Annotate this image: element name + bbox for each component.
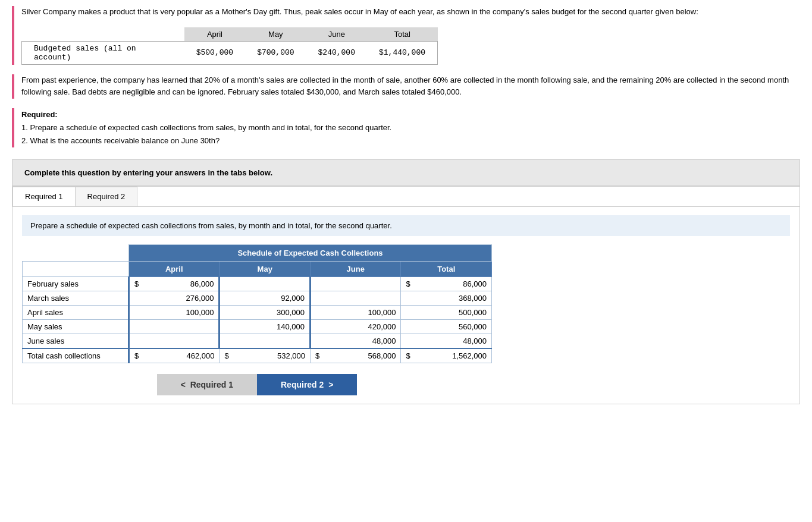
budget-row-label: Budgeted sales (all on account) [22, 41, 184, 64]
schedule-total-cell: 48,000 [401, 334, 492, 349]
schedule-april-cell [128, 334, 220, 349]
intro-text: Silver Company makes a product that is v… [21, 6, 800, 18]
schedule-row-label: May sales [23, 320, 129, 334]
schedule-row-label: February sales [23, 277, 129, 291]
budget-april-val: $500,000 [184, 41, 245, 64]
budget-col-april: April [184, 27, 245, 42]
sched-col-april: April [128, 262, 220, 277]
prev-chevron: < [181, 380, 186, 389]
required-item2: 2. What is the accounts receivable balan… [21, 134, 800, 147]
tab-required-2[interactable]: Required 2 [75, 187, 138, 206]
budget-table: April May June Total Budgeted sales (all… [21, 27, 438, 65]
prev-button[interactable]: < Required 1 [157, 374, 257, 395]
schedule-total-cell: 368,000 [401, 291, 492, 306]
required-item1: 1. Prepare a schedule of expected cash c… [21, 121, 800, 134]
schedule-june-cell: 48,000 [310, 334, 401, 349]
schedule-row-label: April sales [23, 306, 129, 320]
prev-label: Required 1 [190, 380, 233, 389]
schedule-may-cell [220, 277, 311, 291]
required-label: Required: [21, 110, 58, 119]
sched-col-june: June [310, 262, 401, 277]
schedule-june-cell: $568,000 [310, 348, 401, 363]
schedule-may-cell [220, 334, 311, 349]
complete-question-box: Complete this question by entering your … [12, 159, 800, 186]
schedule-june-cell [310, 291, 401, 306]
schedule-may-cell: $532,000 [220, 348, 311, 363]
schedule-row-label: Total cash collections [23, 348, 129, 363]
schedule-title: Schedule of Expected Cash Collections [128, 245, 491, 262]
complete-question-text: Complete this question by entering your … [24, 168, 272, 177]
budget-may-val: $700,000 [245, 41, 306, 64]
next-button[interactable]: Required 2 > [257, 374, 357, 395]
tabs-header: Required 1 Required 2 [12, 187, 800, 207]
schedule-total-cell: $1,562,000 [401, 348, 492, 363]
schedule-june-cell: 100,000 [310, 306, 401, 320]
nav-buttons: < Required 1 Required 2 > [22, 374, 492, 395]
schedule-table-outer: Schedule of Expected Cash Collections Ap… [22, 244, 492, 363]
budget-col-total: Total [367, 27, 438, 42]
schedule-april-cell [128, 320, 220, 334]
tabs-container: Required 1 Required 2 Prepare a schedule… [12, 186, 800, 404]
schedule-table: Schedule of Expected Cash Collections Ap… [22, 244, 492, 363]
schedule-may-cell: 92,000 [220, 291, 311, 306]
schedule-may-cell: 300,000 [220, 306, 311, 320]
experience-text: From past experience, the company has le… [21, 74, 800, 99]
schedule-april-cell: 100,000 [128, 306, 220, 320]
schedule-april-cell: $86,000 [128, 277, 220, 291]
schedule-june-cell: 420,000 [310, 320, 401, 334]
instruction-text: Prepare a schedule of expected cash coll… [22, 215, 790, 236]
next-chevron: > [328, 380, 333, 389]
next-label: Required 2 [281, 380, 324, 389]
sched-col-may: May [220, 262, 311, 277]
budget-col-may: May [245, 27, 306, 42]
schedule-total-cell: $86,000 [401, 277, 492, 291]
schedule-total-cell: 560,000 [401, 320, 492, 334]
schedule-april-cell: $462,000 [128, 348, 220, 363]
budget-table-wrapper: April May June Total Budgeted sales (all… [21, 27, 800, 65]
schedule-row-label: June sales [23, 334, 129, 349]
schedule-april-cell: 276,000 [128, 291, 220, 306]
schedule-may-cell: 140,000 [220, 320, 311, 334]
schedule-row-label: March sales [23, 291, 129, 306]
budget-col-june: June [306, 27, 367, 42]
tab-required-1[interactable]: Required 1 [12, 187, 76, 206]
budget-june-val: $240,000 [306, 41, 367, 64]
required-section: Required: 1. Prepare a schedule of expec… [21, 108, 800, 147]
budget-total-val: $1,440,000 [367, 41, 438, 64]
schedule-total-cell: 500,000 [401, 306, 492, 320]
sched-col-total: Total [401, 262, 492, 277]
schedule-june-cell [310, 277, 401, 291]
tab1-content: Prepare a schedule of expected cash coll… [12, 207, 800, 404]
